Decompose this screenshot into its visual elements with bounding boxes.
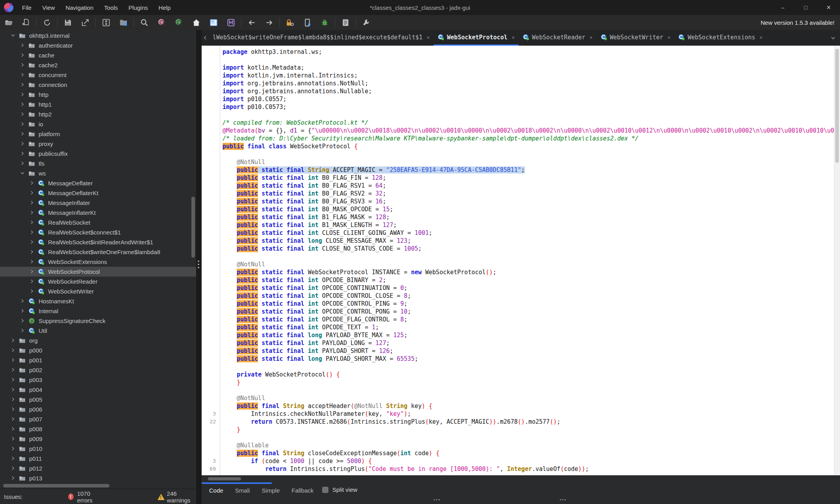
tab-websocketreader[interactable]: WebSocketReader✕ <box>519 30 597 46</box>
tree-item[interactable]: p004 <box>0 385 196 395</box>
view-tab-simple[interactable]: Simple <box>256 487 286 494</box>
chevron-right-icon[interactable] <box>20 102 26 107</box>
menu-tools[interactable]: Tools <box>104 4 118 11</box>
chevron-right-icon[interactable] <box>20 318 26 324</box>
chevron-right-icon[interactable] <box>20 161 26 166</box>
chevron-right-icon[interactable] <box>10 426 16 432</box>
minimize-button[interactable]: – <box>771 0 794 15</box>
tree-item[interactable]: p000 <box>0 345 196 355</box>
tree-item[interactable]: proxy <box>0 139 196 149</box>
menu-plugins[interactable]: Plugins <box>128 4 148 11</box>
view-tab-smali[interactable]: Smali <box>229 487 256 494</box>
close-icon[interactable]: ✕ <box>427 35 430 40</box>
chevron-right-icon[interactable] <box>29 220 35 225</box>
tree-vertical-scrollbar[interactable] <box>191 197 195 258</box>
tree-item[interactable]: connection <box>0 80 196 90</box>
tree-item[interactable]: cache <box>0 50 196 60</box>
device-debug-icon[interactable] <box>301 17 313 28</box>
chevron-right-icon[interactable] <box>29 190 35 196</box>
chevron-right-icon[interactable] <box>20 111 26 117</box>
open-file-icon[interactable] <box>3 17 15 28</box>
close-icon[interactable]: ✕ <box>590 35 592 40</box>
tree-item[interactable]: platform <box>0 129 196 139</box>
chevron-right-icon[interactable] <box>29 249 35 255</box>
chevron-right-icon[interactable] <box>10 436 16 442</box>
forward-icon[interactable] <box>263 17 275 28</box>
tab-lwebsocket-writeoneframe-lambda8-inlined-execute-default-1[interactable]: lWebSocket$writeOneFrame$lambda8$$inline… <box>209 30 434 46</box>
maximize-button[interactable]: □ <box>794 0 817 15</box>
tree-item[interactable]: @SuppressSignatureCheck <box>0 316 196 326</box>
tree-item[interactable]: p001 <box>0 355 196 365</box>
tab-list-dropdown-button[interactable] <box>826 30 840 46</box>
tree-item[interactable]: http <box>0 90 196 100</box>
tree-horizontal-scrollbar[interactable] <box>3 484 109 487</box>
chevron-right-icon[interactable] <box>10 475 16 481</box>
save-all-icon[interactable] <box>62 17 74 28</box>
menu-view[interactable]: View <box>42 4 55 11</box>
add-files-icon[interactable] <box>20 17 32 28</box>
chevron-right-icon[interactable] <box>20 52 26 58</box>
chevron-right-icon[interactable] <box>29 239 35 245</box>
chevron-right-icon[interactable] <box>20 62 26 68</box>
tree-item[interactable]: p002 <box>0 365 196 375</box>
close-icon[interactable]: ✕ <box>668 35 670 40</box>
tree-item[interactable]: Internal <box>0 306 196 316</box>
view-tab-code[interactable]: Code <box>203 487 229 494</box>
close-icon[interactable]: ✕ <box>512 35 515 40</box>
tree-item[interactable]: p012 <box>0 463 196 473</box>
close-icon[interactable]: ✕ <box>760 35 762 40</box>
chevron-right-icon[interactable] <box>10 446 16 452</box>
tree-item[interactable]: okhttp3.internal <box>0 31 196 41</box>
chevron-right-icon[interactable] <box>10 397 16 402</box>
open-packages-icon[interactable] <box>117 17 129 28</box>
editor-horizontal-scrollbar-thumb[interactable] <box>208 477 241 480</box>
tree-item[interactable]: WebSocketProtocol <box>0 267 196 277</box>
tree-item[interactable]: WebSocketReader <box>0 277 196 286</box>
main-activity-icon[interactable] <box>190 17 202 28</box>
tree-item[interactable]: io <box>0 119 196 129</box>
menu-help[interactable]: Help <box>159 4 171 11</box>
comment-search-icon[interactable] <box>173 17 185 28</box>
chevron-right-icon[interactable] <box>10 406 16 412</box>
chevron-right-icon[interactable] <box>10 416 16 422</box>
tree-item[interactable]: WebSocketExtensions <box>0 257 196 267</box>
open-editor-icon[interactable] <box>208 17 219 28</box>
chevron-right-icon[interactable] <box>29 229 35 235</box>
log-viewer-icon[interactable] <box>339 17 351 28</box>
chevron-right-icon[interactable] <box>10 465 16 471</box>
tree-item[interactable]: p003 <box>0 375 196 385</box>
tree-item[interactable]: p009 <box>0 434 196 444</box>
tree-item[interactable]: http2 <box>0 109 196 119</box>
tree-item[interactable]: RealWebSocket <box>0 218 196 227</box>
chevron-right-icon[interactable] <box>20 328 26 334</box>
chevron-right-icon[interactable] <box>20 131 26 137</box>
tree-item[interactable]: ws <box>0 168 196 178</box>
drag-handle-icon[interactable]: ⋯ <box>559 495 566 504</box>
tree-item[interactable]: p006 <box>0 404 196 414</box>
reload-icon[interactable] <box>41 17 53 28</box>
chevron-right-icon[interactable] <box>10 338 16 343</box>
chevron-right-icon[interactable] <box>10 377 16 383</box>
chevron-right-icon[interactable] <box>20 141 26 147</box>
tree-item[interactable]: cache2 <box>0 60 196 70</box>
class-search-icon[interactable] <box>156 17 167 28</box>
update-notice[interactable]: New version 1.5.3 available! <box>760 19 834 26</box>
chevron-right-icon[interactable] <box>10 387 16 393</box>
chevron-right-icon[interactable] <box>29 210 35 216</box>
chevron-right-icon[interactable] <box>20 308 26 314</box>
metadata-icon[interactable] <box>225 17 237 28</box>
tree-item[interactable]: p008 <box>0 424 196 434</box>
menu-navigation[interactable]: Navigation <box>65 4 93 11</box>
chevron-right-icon[interactable] <box>10 367 16 373</box>
chevron-right-icon[interactable] <box>20 42 26 48</box>
view-tab-fallback[interactable]: Fallback <box>286 487 319 494</box>
drag-handle-icon[interactable]: ⋯ <box>433 495 440 504</box>
split-view-checkbox[interactable] <box>322 487 328 493</box>
tree-item[interactable]: HostnamesKt <box>0 296 196 306</box>
tree-item[interactable]: MessageDeflater <box>0 178 196 188</box>
chevron-right-icon[interactable] <box>10 347 16 353</box>
tree-item[interactable]: p005 <box>0 395 196 404</box>
chevron-right-icon[interactable] <box>29 200 35 206</box>
tree-item[interactable]: http1 <box>0 100 196 109</box>
tab-websocketextensions[interactable]: WebSocketExtensions✕ <box>674 30 766 46</box>
